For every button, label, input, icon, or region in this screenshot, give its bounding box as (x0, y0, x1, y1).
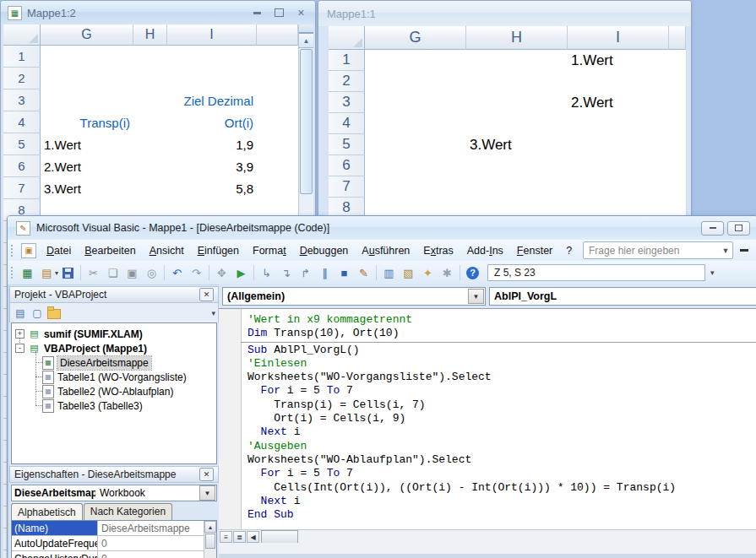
cell-I6[interactable]: 3,9 (167, 155, 258, 178)
column-header[interactable] (669, 26, 686, 50)
step-out-icon[interactable]: ↱ (296, 264, 314, 282)
cell[interactable] (365, 92, 467, 114)
cell[interactable] (257, 177, 299, 200)
menu-item-datei[interactable]: Datei (40, 242, 78, 259)
row-header-7[interactable]: 7 (329, 176, 365, 198)
cell-I1[interactable]: 1.Wert (568, 50, 670, 72)
object-dropdown[interactable]: (Allgemein) ▼ (222, 287, 486, 306)
cell[interactable] (466, 50, 568, 72)
view-microsoft-excel-icon[interactable]: ▦ (19, 264, 36, 282)
cell[interactable] (568, 134, 670, 156)
cut-icon[interactable]: ✂ (84, 264, 102, 282)
design-mode-icon[interactable]: ✎ (355, 264, 373, 282)
cell[interactable] (257, 46, 299, 68)
project-tree-item-tabelle3[interactable]: ▦Tabelle3 (Tabelle3) (42, 398, 143, 413)
cell[interactable] (466, 113, 568, 135)
cell[interactable] (669, 134, 687, 156)
cell[interactable] (257, 155, 299, 178)
column-header-H[interactable]: H (133, 24, 167, 46)
row-header-4[interactable]: 4 (329, 113, 365, 134)
project-tree-item-sumif[interactable]: ▤sumif (SUMIF.XLAM) (28, 327, 143, 341)
find-icon[interactable]: ◎ (143, 264, 160, 282)
cell-G4[interactable]: Transp(i) (41, 111, 134, 134)
redo-icon[interactable]: ↷ (188, 264, 205, 282)
maximize-icon[interactable] (275, 8, 284, 17)
row-header-6[interactable]: 6 (329, 155, 365, 176)
cell-G6[interactable]: 2.Wert (41, 155, 134, 178)
cell[interactable] (133, 111, 168, 134)
scroll-left-icon[interactable]: ◀ (247, 531, 259, 543)
procedure-dropdown[interactable]: AblPl_VorgL (489, 287, 756, 306)
tab-nach-kategorien[interactable]: Nach Kategorien (84, 503, 172, 520)
view-code-icon[interactable]: ▤ (13, 306, 28, 321)
cell-G5[interactable]: 1.Wert (41, 133, 134, 156)
cell[interactable] (41, 68, 134, 90)
paste-icon[interactable]: ▣ (123, 264, 141, 282)
column-header-G[interactable]: G (365, 26, 466, 50)
column-header[interactable] (257, 24, 298, 46)
cell[interactable] (133, 177, 168, 200)
run-sub-icon[interactable]: ▶ (232, 264, 250, 282)
minimize-button[interactable] (701, 221, 724, 236)
property-row-autoupdatefrequency[interactable]: AutoUpdateFrequency0 (12, 536, 204, 551)
menu-item-einfgen[interactable]: Einfügen (191, 242, 246, 259)
menubar-grip[interactable] (10, 244, 14, 257)
property-name[interactable]: (Name) (12, 521, 98, 536)
row-header-4[interactable]: 4 (3, 111, 41, 133)
cell[interactable] (41, 89, 134, 112)
scrollbar-thumb[interactable] (261, 530, 298, 544)
tab-alphabetisch[interactable]: Alphabetisch (11, 503, 83, 521)
cell[interactable] (466, 155, 568, 177)
cell[interactable] (133, 68, 168, 90)
cell[interactable] (133, 89, 168, 112)
scrollbar-thumb[interactable] (300, 49, 313, 194)
break-pause-icon[interactable]: ∥ (316, 264, 334, 282)
column-header-I[interactable]: I (568, 26, 669, 50)
menu-item-format[interactable]: Format (246, 242, 293, 259)
select-all-corner[interactable] (3, 24, 41, 46)
step-into-icon[interactable]: ↳ (258, 264, 275, 282)
cell[interactable] (365, 50, 467, 72)
property-row-changehistoryduration[interactable]: ChangeHistoryDuration0 (12, 551, 204, 558)
cell[interactable] (257, 89, 299, 112)
menu-item-debuggen[interactable]: Debuggen (293, 242, 356, 259)
step-over-icon[interactable]: ↴ (277, 264, 295, 282)
row-header-5[interactable]: 5 (3, 133, 41, 155)
cell[interactable] (365, 71, 467, 93)
horizontal-scrollbar[interactable]: ≡ ≣ ◀ (219, 529, 756, 544)
property-value[interactable]: DieseArbeitsmappe (98, 521, 204, 536)
properties-window-icon[interactable]: ▧ (400, 264, 417, 282)
select-all-corner[interactable] (329, 26, 365, 50)
cell[interactable] (257, 111, 299, 134)
column-header-H[interactable]: H (466, 26, 568, 50)
toolbar-grip[interactable] (10, 266, 14, 279)
cell-H5[interactable]: 3.Wert (466, 134, 568, 156)
cell[interactable] (167, 46, 258, 68)
project-panel-header[interactable]: Projekt - VBAProject ✕ (9, 286, 219, 303)
close-icon[interactable]: ✕ (199, 288, 214, 301)
scroll-up-icon[interactable]: ▲ (299, 34, 313, 48)
break-hand-icon[interactable]: ✥ (213, 264, 231, 282)
toolbar-overflow-icon[interactable]: ▾ (710, 268, 715, 277)
cell[interactable] (669, 71, 687, 93)
cell[interactable] (257, 133, 299, 156)
cell-I3[interactable]: 2.Wert (568, 92, 670, 114)
window-titlebar[interactable]: ✎ Microsoft Visual Basic - Mappe1 - [Die… (8, 216, 756, 240)
properties-panel-header[interactable]: Eigenschaften - DieseArbeitsmappe ✕ (9, 466, 219, 483)
row-header-2[interactable]: 2 (3, 68, 41, 89)
code-margin-indicator-bar[interactable] (219, 309, 242, 530)
cell-I7[interactable]: 5,8 (167, 177, 258, 200)
cell[interactable] (669, 113, 687, 135)
cell[interactable] (669, 50, 687, 72)
expand-icon[interactable]: + (15, 329, 24, 339)
row-header-3[interactable]: 3 (3, 89, 41, 111)
object-selector-combobox[interactable]: DieseArbeitsmappe Workbook ▼ (11, 485, 217, 501)
cell[interactable] (568, 155, 670, 177)
menu-item-ausfhren[interactable]: Ausführen (355, 242, 416, 259)
maximize-button[interactable] (727, 221, 750, 236)
full-module-view-icon[interactable]: ≣ (233, 531, 246, 543)
cell[interactable] (568, 176, 670, 198)
chevron-down-icon[interactable]: ▾ (55, 269, 58, 277)
object-browser-icon[interactable]: ✦ (419, 264, 437, 282)
row-header-1[interactable]: 1 (329, 50, 365, 71)
